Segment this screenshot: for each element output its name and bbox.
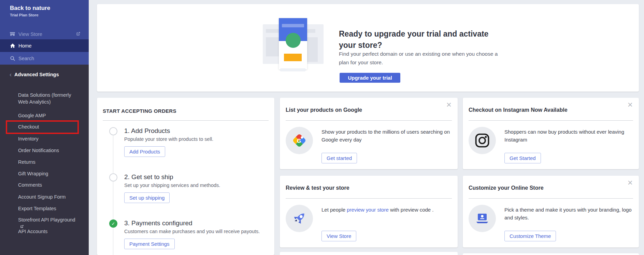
sidebar-item-view-store[interactable]: View Store xyxy=(0,29,89,39)
card-description: Shoppers can now buy products without ev… xyxy=(504,128,636,144)
store-plan-label: Trial Plan Store xyxy=(10,13,39,17)
card-title: Customize your Online Store xyxy=(469,185,544,191)
upgrade-banner: Ready to upgrade your trial and activate… xyxy=(97,4,639,92)
sidebar-item-checkout[interactable]: Checkout xyxy=(18,123,82,130)
close-icon[interactable]: × xyxy=(626,177,635,188)
customize-theme-button[interactable]: Customize Theme xyxy=(504,231,556,241)
banner-illustration-shadow xyxy=(280,68,306,71)
sidebar-item-data-solutions[interactable]: Data Solutions (formerly Web Analytics) xyxy=(18,92,82,105)
review-test-store-card: Review & test your store Let people prev… xyxy=(280,176,458,247)
card-title: List your products on Google xyxy=(286,107,362,113)
card-description: Show your products to the millions of us… xyxy=(321,128,453,144)
divider xyxy=(286,120,452,121)
sidebar-item-search[interactable]: Search xyxy=(0,52,89,65)
divider xyxy=(469,198,633,199)
step2-description: Set up your shipping services and method… xyxy=(124,183,220,188)
close-icon[interactable]: × xyxy=(626,99,635,110)
laptop-icon xyxy=(469,205,496,232)
banner-illustration-card xyxy=(279,18,307,69)
google-shopping-icon: G xyxy=(286,127,313,154)
close-icon[interactable]: × xyxy=(444,99,454,110)
step-connector-line xyxy=(113,132,113,255)
card-description: Let people preview your store with previ… xyxy=(321,206,453,214)
add-products-button[interactable]: Add Products xyxy=(124,146,165,157)
step1-status-circle xyxy=(109,127,117,135)
customize-store-card: × Customize your Online Store Pick a the… xyxy=(463,176,639,247)
google-get-started-button[interactable]: Get started xyxy=(321,153,357,163)
sidebar-item-returns[interactable]: Returns xyxy=(18,159,82,165)
external-link-icon xyxy=(76,31,81,37)
sidebar-item-home[interactable]: Home xyxy=(0,39,89,52)
upgrade-trial-button[interactable]: Upgrade your trial xyxy=(340,73,400,83)
store-name: Back to nature xyxy=(10,5,50,12)
step1-description: Populate your store with products to sel… xyxy=(124,136,213,142)
start-accepting-orders-card: START ACCEPTING ORDERS 1. Add Products P… xyxy=(97,98,274,255)
svg-text:G: G xyxy=(297,138,301,144)
sidebar-item-account-signup-form[interactable]: Account Signup Form xyxy=(18,193,82,200)
sidebar-item-export-templates[interactable]: Export Templates xyxy=(18,205,82,212)
sidebar-section-advanced-settings[interactable]: ‹ Advanced Settings xyxy=(0,72,89,77)
check-icon: ✓ xyxy=(112,221,115,226)
google-promo-card: × List your products on Google G Show yo… xyxy=(280,98,458,169)
bigcommerce-dashboard: Back to nature Trial Plan Store View Sto… xyxy=(0,0,644,255)
step2-title: 2. Get set to ship xyxy=(124,173,173,181)
sidebar-item-inventory[interactable]: Inventory xyxy=(18,135,82,142)
instagram-icon xyxy=(469,127,496,154)
sidebar-item-google-amp[interactable]: Google AMP xyxy=(18,112,82,119)
divider xyxy=(286,198,452,199)
preview-your-store-link[interactable]: preview your store xyxy=(347,207,389,213)
rocket-icon xyxy=(286,205,313,232)
chevron-left-icon: ‹ xyxy=(10,72,12,77)
sidebar-item-gift-wrapping[interactable]: Gift Wrapping xyxy=(18,170,82,177)
view-store-button[interactable]: View Store xyxy=(321,231,356,241)
next-card-edge xyxy=(463,253,639,255)
payment-settings-button[interactable]: Payment Settings xyxy=(124,239,175,249)
divider xyxy=(469,120,633,121)
step1-title: 1. Add Products xyxy=(124,127,170,135)
home-icon xyxy=(10,43,15,49)
step3-title: 3. Payments configured xyxy=(124,219,192,227)
card-title: Checkout on Instagram Now Available xyxy=(469,107,568,113)
step2-status-circle xyxy=(109,173,117,182)
divider xyxy=(103,120,269,121)
sidebar-item-order-notifications[interactable]: Order Notifications xyxy=(18,147,82,154)
storefront-icon xyxy=(10,31,15,37)
card-title: Review & test your store xyxy=(286,185,349,191)
card-description: Pick a theme and make it yours with your… xyxy=(504,206,636,222)
sidebar-item-comments[interactable]: Comments xyxy=(18,182,82,188)
banner-description: Find your perfect domain or use an exist… xyxy=(339,50,498,67)
instagram-get-started-button[interactable]: Get Started xyxy=(504,153,541,163)
sidebar-item-api-accounts[interactable]: API Accounts xyxy=(18,228,82,235)
step3-status-circle-done: ✓ xyxy=(109,219,117,228)
instagram-promo-card: × Checkout on Instagram Now Available Sh… xyxy=(463,98,639,169)
search-icon xyxy=(10,55,15,61)
next-card-edge xyxy=(280,252,458,255)
card-title: START ACCEPTING ORDERS xyxy=(103,108,176,114)
set-up-shipping-button[interactable]: Set up shipping xyxy=(124,192,170,203)
banner-title: Ready to upgrade your trial and activate… xyxy=(339,28,488,51)
step3-description: Customers can make purchases and you wil… xyxy=(124,229,260,234)
sidebar: Back to nature Trial Plan Store View Sto… xyxy=(0,0,89,255)
